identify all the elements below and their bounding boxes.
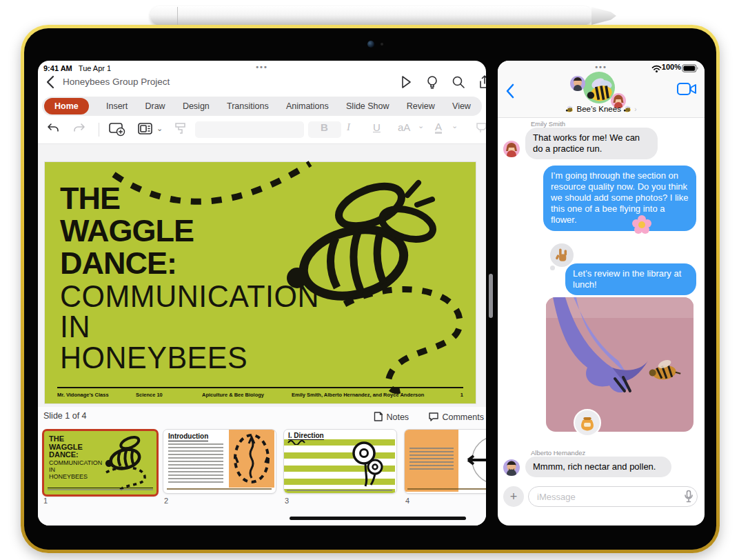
member-avatar-alberto[interactable] (570, 76, 585, 91)
tab-design[interactable]: Design (183, 101, 210, 111)
screenshot-root: 9:41 AM Tue Apr 1 ••• Honeybees Group Pr… (0, 0, 739, 560)
slide-1-editor[interactable]: THE WAGGLE DANCE: COMMUNICATION IN HONEY… (45, 162, 476, 403)
avatar-alberto[interactable] (503, 459, 520, 476)
tab-insert[interactable]: Insert (106, 101, 128, 111)
received-message[interactable]: That works for me! We can do a practice … (525, 128, 658, 159)
wifi-icon (651, 63, 662, 76)
highlighter-icon[interactable] (475, 121, 486, 137)
tab-draw[interactable]: Draw (145, 101, 165, 111)
tab-review[interactable]: Review (407, 101, 435, 111)
thumb1-title-bold: THE WAGGLE DANCE: (49, 435, 83, 459)
split-view-drag-handle[interactable] (489, 274, 493, 318)
font-color-chevron-icon[interactable]: ⌄ (452, 121, 458, 130)
text-size-chevron-icon[interactable]: ⌄ (418, 121, 424, 130)
sender-label: Alberto Hernandez (531, 449, 585, 457)
sender-label: Emily Smith (531, 120, 565, 128)
underline-button[interactable]: U (373, 121, 381, 133)
thumb1-title-light: COMMUNICATION IN HONEYBEES (49, 460, 102, 481)
slide-status-row: Slide 1 of 4 Notes Comments (38, 407, 486, 426)
share-icon[interactable] (477, 74, 486, 92)
tab-home[interactable]: Home (44, 98, 89, 114)
sent-photo-bee-flower[interactable] (546, 297, 694, 432)
thumbnail-4-number: 4 (405, 497, 409, 505)
thumb2-title: Introduction (168, 432, 208, 441)
thumbnail-strip: THE WAGGLE DANCE: COMMUNICATION IN HONEY… (38, 426, 486, 526)
toolbar-divider (99, 123, 99, 137)
notes-label: Notes (386, 412, 409, 422)
sent-message[interactable]: Let’s review in the library at lunch! (565, 263, 696, 295)
thumb4-footer (407, 488, 486, 491)
apple-pencil-tip (591, 7, 616, 25)
format-painter-icon[interactable] (173, 121, 188, 139)
redo-icon[interactable] (71, 121, 86, 137)
slide-footer-unit: Apiculture & Bee Biology (202, 392, 264, 398)
thumbnail-slide-1[interactable]: THE WAGGLE DANCE: COMMUNICATION IN HONEY… (42, 429, 159, 497)
thumb1-footer (48, 488, 153, 492)
tab-transitions[interactable]: Transitions (227, 101, 269, 111)
sent-message[interactable]: I’m going through the section on resourc… (543, 166, 696, 231)
home-indicator[interactable] (290, 517, 466, 520)
thumb2-body-text (168, 443, 223, 485)
tab-slideshow[interactable]: Slide Show (346, 101, 389, 111)
tapback-tail-dot (550, 266, 555, 270)
slide-title-bold: THE WAGGLE DANCE: (60, 183, 194, 279)
group-name-row[interactable]: Bee’s Knees › (498, 105, 705, 113)
slide-layout-icon[interactable] (137, 121, 154, 139)
bold-button[interactable]: B (321, 121, 328, 133)
thumb3-squiggle (287, 438, 307, 445)
imessage-input[interactable] (528, 486, 698, 507)
battery-percent: 100% (662, 63, 681, 71)
received-message[interactable]: Mmmm, rich nectar and pollen. (525, 457, 671, 477)
slide-footer-teacher: Mr. Vidonage’s Class (57, 392, 109, 398)
thumb2-dance-diagram (229, 430, 274, 488)
present-button[interactable] (398, 74, 414, 92)
group-avatar[interactable] (583, 72, 615, 103)
document-title[interactable]: Honeybees Group Project (63, 77, 170, 87)
status-time: 9:41 AM (43, 64, 72, 72)
front-camera (367, 41, 374, 48)
front-camera-sensor (381, 43, 383, 46)
microphone-icon[interactable] (684, 490, 694, 506)
facetime-video-icon[interactable] (677, 81, 698, 97)
comments-label: Comments (442, 412, 483, 422)
messages-back-icon[interactable] (505, 83, 516, 99)
thumb2-diagram-panel (229, 430, 274, 488)
text-size-button[interactable]: aA (398, 121, 410, 133)
ribbon-tab-bar: Home Insert Draw Design Transitions Anim… (42, 97, 482, 116)
font-color-button[interactable]: A (435, 121, 442, 134)
ideas-lightbulb-icon[interactable] (425, 74, 440, 92)
avatar-emily[interactable] (503, 141, 520, 157)
comments-button[interactable]: Comments (428, 410, 484, 423)
slide-title-light: COMMUNICATION IN HONEYBEES (60, 281, 319, 372)
window-controls-button[interactable]: ••• (595, 63, 607, 71)
font-name-field[interactable] (195, 121, 304, 138)
tapback-honey-pot[interactable] (574, 409, 601, 437)
undo-icon[interactable] (46, 121, 61, 137)
status-time-date: 9:41 AM Tue Apr 1 (43, 64, 111, 72)
tab-animations[interactable]: Animations (286, 101, 329, 111)
bee-emoji-icon (623, 105, 632, 112)
thumb2-footer (167, 488, 272, 491)
blossom-emoji (631, 214, 653, 239)
bee-flight-path-bottom (341, 278, 476, 395)
powerpoint-window: 9:41 AM Tue Apr 1 ••• Honeybees Group Pr… (38, 61, 486, 526)
thumbnail-2-number: 2 (164, 497, 168, 505)
search-icon[interactable] (451, 74, 466, 92)
thumb4-text-panel (405, 430, 458, 492)
new-slide-icon[interactable] (108, 121, 126, 139)
tab-view[interactable]: View (452, 101, 471, 111)
chevron-right-icon: › (634, 106, 636, 113)
thumbnail-slide-2[interactable]: Introduction (163, 429, 276, 494)
back-icon[interactable] (45, 75, 57, 89)
window-controls-button[interactable]: ••• (256, 63, 268, 71)
layout-chevron-down-icon[interactable]: ⌄ (156, 124, 163, 133)
messages-window: ••• 100% Bee’s Knees › Emily Smith (498, 61, 705, 526)
notes-button[interactable]: Notes (373, 410, 409, 423)
italic-button[interactable]: I (347, 121, 350, 133)
thumb3-flower-doodle (345, 439, 389, 488)
thumb3-footer (284, 489, 395, 493)
thumbnail-slide-3[interactable]: I. Direction (283, 429, 397, 494)
thumbnail-3-number: 3 (285, 497, 289, 505)
thumbnail-slide-4[interactable] (404, 429, 486, 494)
add-attachment-button[interactable]: + (503, 486, 524, 507)
